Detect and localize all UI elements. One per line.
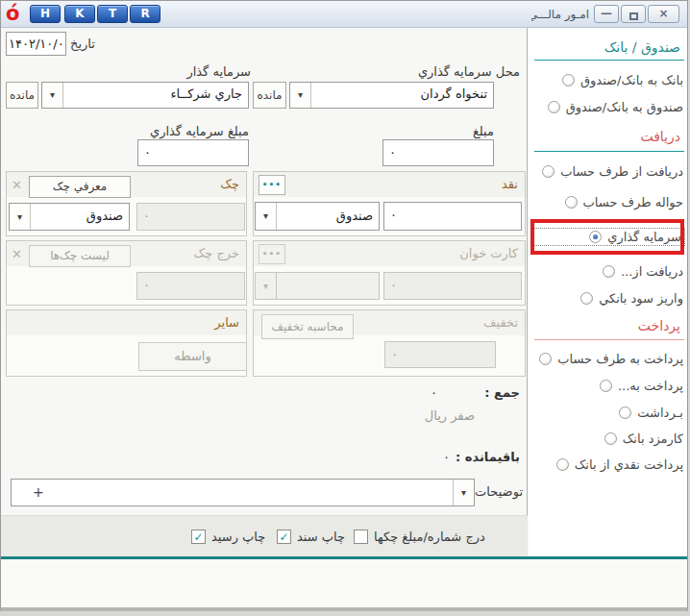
remaining-label: باقیمانده : — [456, 450, 520, 464]
cash-account-select[interactable]: ▾ صندوق — [255, 202, 380, 231]
cheque-clear-icon[interactable]: ✕ — [12, 178, 22, 192]
cheque-group-title: چک — [220, 177, 239, 191]
maximize-button[interactable] — [621, 5, 646, 23]
radio-icon[interactable] — [562, 74, 575, 86]
sidebar-item-cash-pay-from-bank[interactable]: پرداخت نقدي از بانک — [534, 456, 683, 474]
sidebar-item-label: صندوق به بانک/صندوق — [566, 100, 683, 114]
print-option-label: چاپ سند — [297, 530, 345, 544]
notes-select[interactable]: ▾ + — [11, 479, 475, 506]
date-input[interactable]: ۱۴۰۲/۱۰/۰۶ — [6, 32, 66, 56]
cash-account-value: صندوق — [336, 209, 373, 223]
minimize-button[interactable]: — — [594, 5, 619, 23]
cash-group-header — [254, 172, 525, 197]
other-group: سایر واسطه — [6, 309, 247, 377]
sidebar-item-bank-to-bank[interactable]: بانک به بانک/صندوق — [534, 71, 683, 89]
cheque-spend-clear-icon: ✕ — [12, 247, 22, 261]
cash-group: نقد ••• ۰ ▾ صندوق — [253, 171, 526, 236]
investor-value: جاري شرکــاء — [170, 86, 242, 101]
chevron-down-icon: ▾ — [256, 273, 277, 299]
radio-icon[interactable] — [565, 196, 578, 209]
investor-label: سرمایه گذار — [97, 64, 251, 79]
radio-icon[interactable] — [580, 292, 593, 305]
chevron-down-icon[interactable]: ▾ — [256, 203, 277, 230]
toolbar-button-h[interactable]: H — [30, 5, 61, 23]
cheque-account-select[interactable]: ▾ صندوق — [9, 203, 130, 231]
investment-place-balance-button[interactable]: مانده — [253, 82, 286, 109]
sidebar-item-receive-from-account[interactable]: دریافت از طرف حساب — [534, 162, 683, 181]
sidebar-item-bank-interest[interactable]: واریز سود بانکي — [534, 289, 683, 308]
print-option-2[interactable]: درج شماره/مبلغ چکها — [354, 530, 485, 544]
sidebar-item-pay-to[interactable]: پرداخت به... — [534, 377, 683, 395]
card-reader-group-title: کارت خوان — [459, 246, 518, 260]
investment-amount-input[interactable]: ۰ — [137, 139, 249, 166]
introduce-cheque-button[interactable]: معرفي چک — [29, 176, 131, 198]
sidebar-item-label: سرمایه گذاري — [607, 230, 681, 244]
cheque-amount-input: ۰ — [136, 203, 245, 231]
section-title-fund-bank: صندوق / بانک — [604, 39, 680, 55]
cash-more-button[interactable]: ••• — [259, 175, 285, 195]
section-title-payment: پرداخت — [638, 318, 680, 333]
cash-amount-input[interactable]: ۰ — [383, 202, 522, 231]
radio-icon[interactable] — [556, 458, 569, 471]
investment-place-label: محل سرمایه گذاري — [347, 64, 520, 79]
radio-icon[interactable] — [539, 353, 552, 365]
investor-balance-button[interactable]: مانده — [6, 82, 38, 109]
chevron-down-icon[interactable]: ▾ — [453, 480, 474, 505]
calc-discount-button: محاسبه تخفیف — [261, 314, 354, 339]
notes-value: + — [33, 484, 44, 500]
close-icon: × — [649, 6, 678, 21]
sidebar-item-label: دریافت از طرف حساب — [560, 164, 683, 179]
chevron-down-icon[interactable]: ▾ — [42, 83, 63, 108]
remaining-value: ۰ — [443, 450, 450, 464]
amount-in-words: صفر ریال — [398, 408, 475, 423]
print-option-label: درج شماره/مبلغ چکها — [374, 530, 485, 544]
sidebar-item-label: پرداخت نقدي از بانک — [575, 457, 683, 472]
print-option-box-2[interactable] — [354, 530, 368, 544]
radio-icon[interactable] — [542, 165, 554, 178]
sidebar-item-bank-fee[interactable]: کارمزد بانک — [534, 430, 683, 448]
toolbar-button-t[interactable]: T — [97, 5, 128, 23]
radio-icon[interactable] — [619, 407, 631, 419]
sidebar-item-fund-to-bank[interactable]: صندوق به بانک/صندوق — [534, 98, 683, 116]
print-option-1[interactable]: ✓ چاپ سند — [277, 530, 345, 544]
sidebar-item-withdraw[interactable]: بـرداشت — [534, 404, 683, 422]
cheque-spend-group-title: خرج چک — [194, 246, 239, 260]
sidebar-item-account-draft[interactable]: حواله طرف حساب — [534, 193, 683, 211]
print-option-0[interactable]: ✓ چاپ رسید — [191, 530, 265, 544]
title-bar: ó H K T R امـور مالـــي — × — [1, 1, 688, 28]
sidebar-item-investment[interactable]: سرمایه گذاري — [533, 228, 685, 246]
sidebar-item-pay-to-account[interactable]: پرداخت به طرف حساب — [534, 350, 683, 368]
radio-icon[interactable] — [603, 265, 615, 278]
radio-selected-icon[interactable] — [589, 231, 602, 243]
toolbar-button-k[interactable]: K — [64, 5, 95, 23]
section-divider — [534, 339, 684, 340]
radio-icon[interactable] — [604, 432, 617, 445]
chevron-down-icon[interactable]: ▾ — [290, 83, 311, 108]
card-reader-amount-input: ۰ — [383, 272, 522, 300]
sidebar-item-receive-from[interactable]: دریافت از... — [534, 262, 683, 281]
toolbar-button-r[interactable]: R — [130, 5, 160, 23]
chevron-down-icon[interactable]: ▾ — [10, 204, 31, 230]
cheque-list-button[interactable]: لیست چک‌ها — [29, 245, 131, 267]
discount-amount-input: ۰ — [384, 341, 496, 368]
cheque-group: چک ✕ معرفي چک ۰ ▾ صندوق — [6, 171, 247, 236]
bottom-bar — [1, 559, 688, 611]
amount-input[interactable]: ۰ — [382, 139, 494, 166]
print-option-box-0[interactable]: ✓ — [191, 530, 206, 544]
other-group-title: سایر — [214, 315, 239, 330]
print-option-box-1[interactable]: ✓ — [277, 530, 291, 544]
sidebar-item-label: بانک به بانک/صندوق — [580, 73, 683, 87]
sidebar-item-label: دریافت از... — [621, 264, 683, 279]
investment-amount-label: مبلغ سرمایه گذاري — [107, 124, 249, 138]
investor-select[interactable]: ▾ جاري شرکــاء — [41, 82, 249, 109]
total-value: ۰ — [431, 385, 437, 400]
sidebar-item-label: کارمزد بانک — [623, 431, 683, 446]
cheque-spend-group: خرج چک ✕ لیست چک‌ها ۰ — [6, 240, 247, 306]
radio-icon[interactable] — [600, 380, 612, 392]
window-title: امـور مالـــي — [531, 8, 589, 21]
radio-icon[interactable] — [548, 101, 560, 113]
close-button[interactable]: × — [648, 5, 679, 23]
amount-label: مبلغ — [395, 124, 494, 138]
investment-place-select[interactable]: ▾ تنخواه گردان — [289, 82, 494, 109]
investment-place-value: تنخواه گردان — [420, 86, 487, 101]
